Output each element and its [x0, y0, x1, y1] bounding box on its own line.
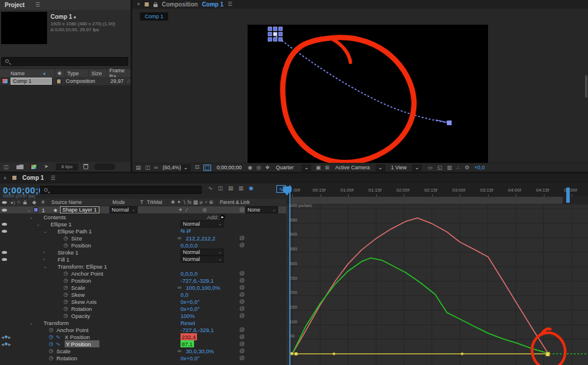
graph-editor[interactable]: 500 px/sec45040035030025020015010050	[286, 205, 588, 365]
flowchart-icon[interactable]: ∴	[457, 165, 460, 170]
view-count-select[interactable]: 1 View⌄	[391, 165, 422, 171]
composition-viewer[interactable]	[248, 25, 488, 163]
property-value[interactable]: 0,0,0,0	[181, 270, 198, 277]
stopwatch-icon[interactable]: ◷	[64, 235, 68, 242]
layer-expand-arrow[interactable]: ⌄	[27, 206, 31, 213]
channels-icon[interactable]: ❖	[265, 165, 270, 170]
hide-shy-layers-icon[interactable]: ▤	[228, 186, 233, 191]
property-label[interactable]: Anchor Point	[56, 326, 88, 333]
property-value[interactable]: 0x+0,0°	[181, 305, 200, 312]
mini-flowchart-icon[interactable]: ∿	[208, 186, 213, 191]
property-row[interactable]: ◀ ◆ ▶◷∿Y Position87,1@	[0, 340, 286, 347]
keyframe-square[interactable]	[546, 352, 550, 356]
timeline-tab[interactable]: Comp 1	[22, 175, 44, 181]
twirl-arrow[interactable]: ›	[44, 249, 45, 256]
property-label[interactable]: Skew Axis	[71, 298, 96, 305]
motion-blur-icon[interactable]: ◉	[249, 186, 253, 191]
motion-path-dotted[interactable]	[276, 36, 449, 123]
viewer-timecode[interactable]: 0;00;00;00	[217, 165, 242, 170]
viewer-tab[interactable]: Comp 1	[140, 12, 168, 21]
project-item-row[interactable]: Comp 1 Composition 29,97 ∴	[0, 77, 131, 85]
property-row[interactable]: ⌄Transform: Ellipse 1	[0, 263, 286, 270]
new-composition-icon[interactable]	[31, 164, 37, 170]
viewer-scrollbar[interactable]	[585, 75, 587, 98]
motion-path-end-keyframe[interactable]	[447, 120, 452, 125]
property-row[interactable]: ◷Position0,0,0,0@	[0, 242, 286, 249]
property-label[interactable]: X Position	[65, 333, 90, 340]
property-label[interactable]: Skew	[71, 291, 85, 298]
property-label[interactable]: Scale	[71, 284, 85, 291]
stopwatch-icon[interactable]: ◷	[64, 312, 68, 319]
stopwatch-icon[interactable]: ◷	[49, 354, 54, 361]
property-label[interactable]: Opacity	[71, 312, 90, 319]
time-ruler[interactable]: 00f00:15f01:00f01:15f02:00f02:15f03:00f0…	[286, 184, 588, 196]
property-row[interactable]: ◷Opacity100%@	[0, 312, 286, 319]
playhead-line[interactable]	[289, 185, 290, 365]
rulers-icon[interactable]: ▥	[447, 165, 452, 170]
graph-overlay-icon[interactable]: ∿	[56, 340, 61, 347]
layer-row[interactable]: ⌄ 1 ★ Shape Layer 1 Normal⌄ ✦ ∕ ⊘ @ None…	[0, 206, 286, 213]
group-blend-mode-select[interactable]: Normal⌄	[181, 220, 224, 227]
property-value[interactable]: Reset	[181, 319, 195, 326]
stopwatch-icon[interactable]: ◷	[64, 284, 68, 291]
visibility-eye[interactable]	[2, 249, 7, 256]
pickwhip-icon[interactable]: @	[239, 312, 245, 319]
stereo-glasses-icon[interactable]: ∞	[154, 165, 158, 170]
pickwhip-icon[interactable]: @	[239, 284, 245, 291]
playhead-handle[interactable]	[283, 186, 292, 192]
pickwhip-icon[interactable]: @	[239, 333, 245, 340]
region-of-interest-icon[interactable]: ⊡	[195, 165, 200, 171]
settings-gear-icon[interactable]: ⚙	[465, 165, 469, 170]
resolution-select[interactable]: Quarter⌄	[276, 165, 311, 171]
property-label[interactable]: Ellipse Path 1	[58, 227, 92, 235]
pickwhip-icon[interactable]: @	[239, 298, 245, 305]
layer-name[interactable]: Shape Layer 1	[60, 206, 99, 213]
stopwatch-icon[interactable]: ◷	[64, 291, 68, 298]
twirl-arrow[interactable]: ›	[44, 256, 45, 263]
show-snapshot-icon[interactable]: ◎	[256, 165, 261, 170]
stopwatch-icon[interactable]: ◷	[49, 333, 54, 340]
property-row[interactable]: ›Fill 1Normal⌄	[0, 256, 286, 263]
visibility-eye[interactable]	[2, 256, 7, 263]
view-layout-icon[interactable]: ▭	[427, 165, 433, 170]
property-row[interactable]: ⌄ContentsAdd:▶	[0, 213, 286, 220]
pickwhip-icon[interactable]: @	[239, 354, 245, 361]
property-row[interactable]: ◷Skew Axis0x+0,0°@	[0, 298, 286, 305]
pickwhip-icon[interactable]: @	[239, 291, 245, 298]
property-row[interactable]: ⌄Ellipse 1Normal⌄	[0, 220, 286, 227]
visibility-eye[interactable]	[2, 227, 7, 235]
x-position-speed-curve[interactable]	[292, 218, 548, 354]
property-value[interactable]: 100%	[181, 312, 195, 319]
camera-select[interactable]: Active Camera⌄	[335, 165, 385, 171]
stopwatch-icon[interactable]: ◷	[64, 298, 68, 305]
pickwhip-icon[interactable]: @	[239, 277, 245, 284]
property-label[interactable]: Ellipse 1	[51, 220, 72, 227]
item-label-swatch[interactable]	[56, 79, 61, 84]
layer-draft-icon[interactable]: ∕	[186, 206, 188, 213]
close-icon[interactable]: ×	[4, 176, 6, 181]
layer-color-swatch[interactable]	[34, 207, 38, 212]
lock-icon[interactable]	[153, 4, 158, 7]
bit-depth-button[interactable]: 8 bpc	[56, 163, 78, 170]
property-value[interactable]: 0x+0,0°	[181, 354, 200, 361]
property-label[interactable]: Contents	[44, 213, 66, 220]
group-blend-mode-select[interactable]: Normal⌄	[181, 249, 224, 256]
pickwhip-icon[interactable]: @	[239, 347, 245, 354]
property-row[interactable]: ◀ ◆ ▶◷∿X Position232,4@	[0, 333, 286, 340]
property-row[interactable]: ◷Scale∞100,0,100,0%@	[0, 284, 286, 291]
property-row[interactable]: ⌄Ellipse Path 1⇆ ⇄	[0, 227, 286, 235]
grid-guides-icon[interactable]: ◱	[437, 165, 443, 170]
pickwhip-icon[interactable]: @	[239, 235, 245, 242]
layer-blend-mode-select[interactable]: Normal⌄	[109, 206, 138, 213]
keyframe-navigator[interactable]: ◀ ◆ ▶	[1, 340, 12, 347]
screen-layout-icon[interactable]: ◫	[145, 165, 151, 170]
property-value[interactable]: 30,0,30,0%	[186, 347, 214, 354]
panel-menu-icon[interactable]: ☰	[228, 2, 232, 7]
stopwatch-icon[interactable]: ◷	[49, 340, 54, 347]
property-row[interactable]: ◷Scale∞30,0,30,0%@	[0, 347, 286, 354]
stopwatch-icon[interactable]: ◷	[64, 270, 68, 277]
bezier-handle-dot[interactable]	[333, 353, 336, 356]
work-area-track[interactable]	[286, 196, 588, 205]
panel-menu-icon[interactable]: ☰	[35, 2, 40, 8]
property-row[interactable]: ◷Position-727,6,-329,1@	[0, 277, 286, 284]
